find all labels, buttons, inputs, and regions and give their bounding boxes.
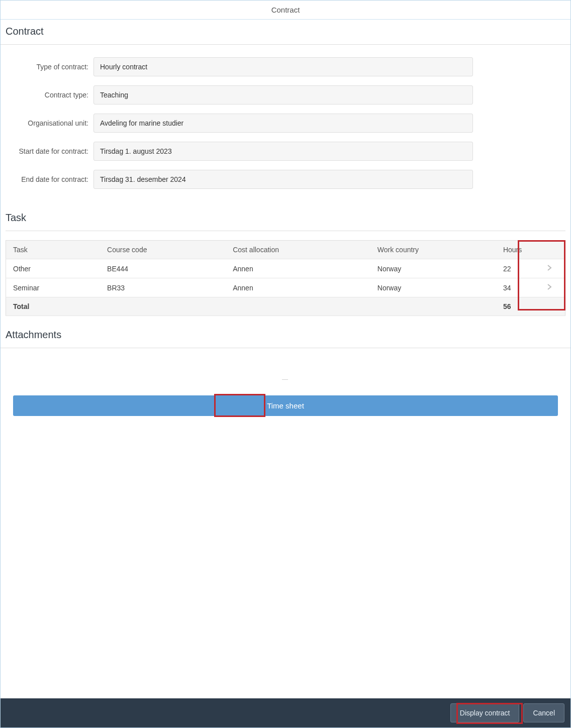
col-header-cost: Cost allocation	[226, 241, 370, 259]
field-end-date: End date for contract: Tirsdag 31. desem…	[11, 170, 560, 189]
table-row[interactable]: Seminar BR33 Annen Norway 34	[6, 278, 565, 297]
total-label: Total	[6, 297, 101, 316]
cell-task: Other	[6, 259, 101, 278]
total-hours: 56	[496, 297, 540, 316]
cell-country: Norway	[370, 278, 496, 297]
page-wrap: Contract Contract Type of contract: Hour…	[0, 0, 571, 728]
divider-icon: —	[1, 376, 570, 383]
label-contract-type: Contract type:	[11, 90, 93, 99]
value-contract-type: Teaching	[93, 85, 473, 105]
col-header-country: Work country	[370, 241, 496, 259]
cell-course: BE444	[100, 259, 226, 278]
field-contract-type: Contract type: Teaching	[11, 85, 560, 105]
value-start-date: Tirsdag 1. august 2023	[93, 142, 473, 161]
table-total-row: Total 56	[6, 297, 565, 316]
cancel-button[interactable]: Cancel	[523, 703, 564, 722]
cell-hours: 34	[496, 278, 540, 297]
task-section: Task Task Course code Cost allocation Wo…	[1, 208, 570, 316]
label-org-unit: Organisational unit:	[11, 119, 93, 128]
chevron-right-icon[interactable]	[540, 278, 565, 297]
cell-task: Seminar	[6, 278, 101, 297]
cell-hours: 22	[496, 259, 540, 278]
chevron-right-icon[interactable]	[540, 259, 565, 278]
display-contract-button[interactable]: Display contract	[450, 703, 520, 722]
cell-country: Norway	[370, 259, 496, 278]
col-header-course: Course code	[100, 241, 226, 259]
label-start-date: Start date for contract:	[11, 147, 93, 156]
col-header-task: Task	[6, 241, 101, 259]
task-section-title: Task	[6, 208, 565, 231]
contract-section-title: Contract	[1, 20, 570, 45]
field-start-date: Start date for contract: Tirsdag 1. augu…	[11, 142, 560, 161]
timesheet-button[interactable]: Time sheet	[13, 395, 558, 416]
attachments-section-title: Attachments	[1, 316, 570, 348]
timesheet-button-wrap: Time sheet	[1, 383, 570, 416]
cell-cost: Annen	[226, 259, 370, 278]
value-org-unit: Avdeling for marine studier	[93, 114, 473, 133]
col-header-hours: Hours	[496, 241, 540, 259]
value-end-date: Tirsdag 31. desember 2024	[93, 170, 473, 189]
cell-course: BR33	[100, 278, 226, 297]
cell-cost: Annen	[226, 278, 370, 297]
contract-form: Type of contract: Hourly contract Contra…	[1, 45, 570, 208]
footer-bar: Display contract Cancel	[1, 698, 570, 727]
field-org-unit: Organisational unit: Avdeling for marine…	[11, 114, 560, 133]
field-type-of-contract: Type of contract: Hourly contract	[11, 57, 560, 76]
label-end-date: End date for contract:	[11, 175, 93, 184]
table-row[interactable]: Other BE444 Annen Norway 22	[6, 259, 565, 278]
window-title: Contract	[1, 1, 570, 20]
task-table: Task Course code Cost allocation Work co…	[6, 240, 565, 316]
value-type-of-contract: Hourly contract	[93, 57, 473, 76]
table-header-row: Task Course code Cost allocation Work co…	[6, 241, 565, 259]
label-type-of-contract: Type of contract:	[11, 62, 93, 71]
